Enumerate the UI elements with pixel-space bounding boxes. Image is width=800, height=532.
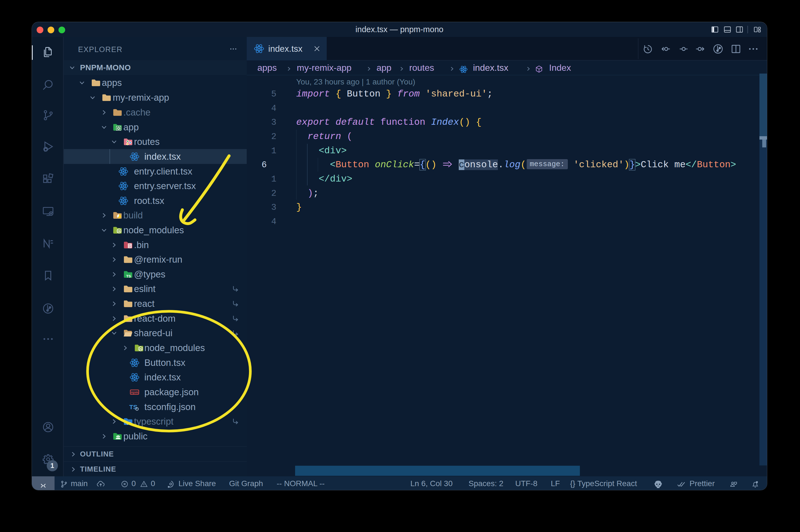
svg-text:js: js (139, 347, 142, 351)
svg-text:TS: TS (129, 403, 137, 411)
svg-text:TS: TS (126, 274, 131, 278)
svg-text:npm: npm (131, 391, 138, 394)
svg-text:js: js (117, 229, 120, 233)
svg-text:TS: TS (126, 421, 131, 425)
svg-text:10: 10 (128, 246, 131, 248)
